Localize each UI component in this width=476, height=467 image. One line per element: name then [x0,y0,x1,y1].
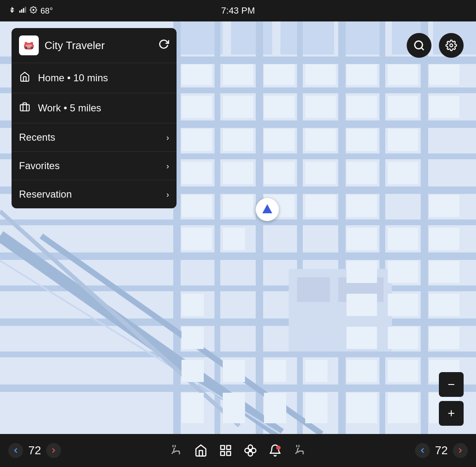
seat-heat-icon [170,444,183,457]
svg-rect-82 [346,327,377,349]
nav-panel: City Traveler Home • 10 mins Work • 5 mi… [12,28,177,208]
right-temp-control: 72 [415,443,468,458]
refresh-button[interactable] [158,39,169,52]
app-icon [19,35,39,55]
svg-rect-2 [23,8,24,13]
svg-rect-112 [221,446,224,449]
svg-point-105 [31,47,33,49]
favorites-chevron: › [166,161,169,171]
svg-point-103 [26,47,27,49]
svg-rect-71 [388,228,418,250]
location-arrow [262,204,272,213]
signal-icon [19,6,26,15]
svg-rect-47 [429,96,460,118]
home-button[interactable] [194,444,207,457]
svg-point-117 [276,446,281,450]
svg-rect-75 [429,228,460,250]
fan-button[interactable] [244,444,257,457]
svg-rect-3 [25,7,26,13]
svg-rect-35 [223,64,253,85]
nav-item-recents[interactable]: Recents › [12,123,177,152]
svg-rect-94 [264,393,286,423]
zoom-out-icon: − [448,377,455,392]
svg-rect-106 [25,42,27,44]
map-settings-button[interactable] [439,33,464,58]
left-temp-down-button[interactable] [8,443,23,458]
right-temp-down-button[interactable] [415,443,430,458]
svg-rect-74 [429,195,460,217]
right-seat-heat-button[interactable] [293,444,306,457]
grid-button[interactable] [219,444,232,457]
svg-rect-95 [305,393,328,423]
svg-rect-40 [429,64,460,85]
svg-rect-96 [346,393,377,423]
bluetooth-icon [8,6,16,15]
svg-rect-25 [256,21,263,434]
svg-rect-20 [0,318,476,326]
reservation-label: Reservation [19,189,166,200]
svg-rect-26 [297,21,303,434]
fan-icon [244,444,257,457]
notification-button[interactable] [269,444,282,457]
work-icon [19,101,31,115]
right-seat-heat-icon [293,444,306,457]
svg-rect-21 [0,351,476,357]
svg-rect-45 [346,96,377,118]
svg-rect-90 [388,360,418,382]
svg-rect-38 [346,64,377,85]
svg-rect-27 [338,21,346,434]
svg-rect-50 [264,129,295,151]
home-icon [19,71,31,85]
svg-rect-72 [346,261,377,283]
svg-rect-63 [305,195,336,217]
zoom-in-button[interactable]: + [439,401,464,426]
nav-item-work[interactable]: Work • 5 miles [12,93,177,123]
svg-rect-68 [181,228,212,250]
left-temp-control: 72 [8,443,61,458]
seat-heat-button[interactable] [170,444,183,457]
svg-rect-46 [388,96,418,118]
svg-rect-73 [388,261,418,283]
search-button[interactable] [407,33,431,58]
svg-rect-81 [181,327,204,349]
nav-item-home[interactable]: Home • 10 mins [12,63,177,93]
right-temp-up-button[interactable] [453,443,468,458]
status-temperature: 68° [40,6,53,16]
svg-rect-29 [421,21,428,434]
svg-rect-93 [223,393,245,423]
grid-icon [219,444,232,457]
svg-rect-44 [305,96,336,118]
svg-line-110 [421,47,423,50]
svg-rect-37 [305,64,336,85]
svg-rect-22 [0,384,476,392]
recents-chevron: › [166,133,169,142]
work-label: Work • 5 miles [38,102,169,114]
left-temp-up-button[interactable] [46,443,61,458]
svg-rect-49 [223,129,253,151]
svg-rect-85 [181,360,204,382]
svg-rect-87 [264,360,286,382]
nav-item-reservation[interactable]: Reservation › [12,180,177,208]
reservation-chevron: › [166,190,169,199]
svg-rect-108 [20,105,29,111]
svg-rect-69 [223,228,245,250]
svg-rect-86 [223,360,245,382]
svg-rect-114 [221,452,224,455]
svg-point-4 [33,9,35,11]
right-temp-value: 72 [433,444,450,457]
svg-rect-53 [388,129,418,151]
svg-rect-66 [297,277,330,302]
nav-header: City Traveler [12,28,177,63]
svg-rect-113 [227,446,231,449]
svg-rect-60 [181,195,212,217]
svg-rect-39 [388,64,418,85]
svg-rect-7 [231,21,272,54]
svg-rect-57 [305,162,336,184]
svg-rect-84 [429,327,460,349]
svg-rect-54 [181,162,212,184]
nav-item-favorites[interactable]: Favorites › [12,152,177,180]
zoom-out-button[interactable]: − [439,372,464,397]
status-left: 68° [8,6,53,16]
svg-rect-9 [342,21,384,54]
svg-rect-17 [0,219,476,225]
